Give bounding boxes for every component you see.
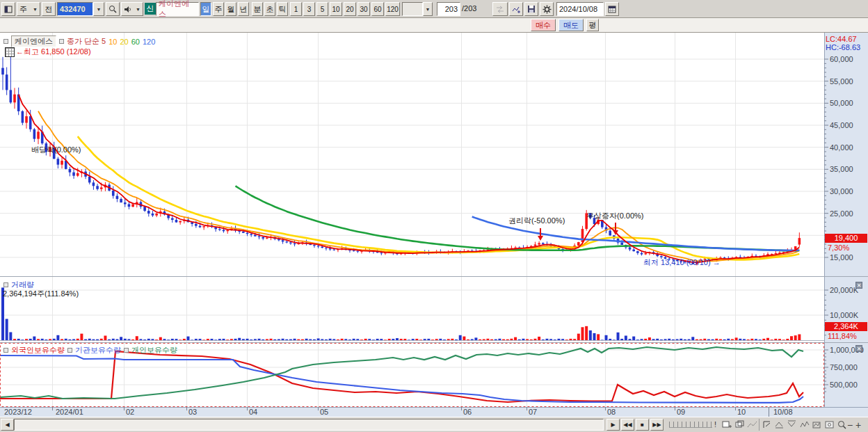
save-button[interactable] [524, 2, 538, 16]
sell-button[interactable]: 매도 [558, 19, 584, 31]
scroll-left-button[interactable]: ◀ [1, 419, 14, 431]
stock-code-value: 432470 [60, 5, 86, 13]
minute-120-button[interactable]: 120 [385, 2, 400, 16]
date-input[interactable]: 2024/10/08 [556, 2, 604, 16]
new-listing-badge: 신 [145, 3, 156, 15]
minute-30-button[interactable]: 30 [357, 2, 370, 16]
minute-10-button[interactable]: 10 [330, 2, 342, 16]
legend-ma10: 10 [108, 38, 117, 46]
add-pane-button[interactable] [721, 419, 732, 431]
legend-square-icon [67, 348, 72, 353]
compare-arrows-icon [495, 6, 505, 13]
current-price-pct-tag: 7,30% [828, 243, 867, 252]
play-button[interactable]: ▶ [606, 419, 620, 431]
search-icon [108, 5, 117, 13]
valley-tool-button[interactable] [786, 419, 798, 431]
stock-name-field[interactable]: 케이엔에스 [156, 2, 199, 16]
right-arrow-icon: → [713, 258, 721, 266]
window-toggle-button[interactable] [1, 2, 15, 16]
chart-type-combo[interactable]: 주▼ [17, 2, 40, 16]
trendline-mode-button[interactable] [746, 419, 758, 431]
chevron-down-icon: ▼ [426, 7, 431, 12]
wave-tool-button[interactable] [798, 419, 810, 431]
chevron-down-icon: ▼ [97, 7, 102, 12]
period-sec-button[interactable]: 초 [264, 2, 275, 16]
minute-5-button[interactable]: 5 [316, 2, 328, 16]
period-year-button[interactable]: 년 [238, 2, 249, 16]
settings-button[interactable] [540, 2, 554, 16]
stock-code-input[interactable]: 432470 [57, 2, 93, 16]
volume-panel-close-button[interactable]: ✕ [855, 282, 862, 289]
overlay-pane-icon [735, 420, 745, 429]
gear-icon [542, 5, 552, 14]
speed-slider[interactable] [669, 422, 712, 428]
calendar-button[interactable] [605, 2, 619, 16]
bar-count-input[interactable]: 203 [437, 2, 460, 16]
legend-ma20: 20 [120, 38, 128, 46]
trading-app-window: 주▼ 전 432470 ▼ ▼ 신 케이엔에스 일 주 월 년 분 초 틱 1 … [0, 0, 868, 432]
fast-forward-button[interactable]: ▶▶ [650, 419, 664, 431]
prev-stock-button[interactable]: 전 [42, 2, 56, 16]
capture-tool-button[interactable] [823, 419, 835, 431]
minute-1-button[interactable]: 1 [290, 2, 302, 16]
search-button[interactable] [106, 2, 120, 16]
legend-ma60: 60 [131, 38, 140, 46]
overlay-pane-button[interactable] [734, 419, 746, 431]
rewind-button[interactable]: ◀◀ [621, 419, 634, 431]
high-annotation: ←최고 61,850 (12/08) [16, 47, 91, 57]
custom-period-combo[interactable] [402, 2, 423, 16]
chart-hscrollbar[interactable] [14, 419, 604, 431]
window-toggle-icon [4, 6, 13, 13]
floppy-save-icon [527, 5, 536, 13]
period-min-button[interactable]: 분 [252, 2, 263, 16]
hc-value: HC:-68.63 [826, 43, 860, 51]
legend-square-icon [3, 348, 8, 353]
price-axis-panel[interactable] [824, 33, 868, 417]
current-volume-tag: 2,364K [825, 322, 867, 331]
foreign-holdings-label: 외국인보유수량 [11, 345, 65, 355]
rights-off-annotation: 권리락(-50.00%) [508, 216, 565, 226]
valley-tool-icon [787, 420, 797, 429]
speaker-icon [124, 6, 131, 13]
legend-stock-name: 케이엔에스 [11, 35, 56, 47]
ex-dividend-annotation: 배당락(0.00%) [31, 145, 81, 155]
stop-button[interactable]: ■ [636, 419, 649, 431]
legend-indicator: 종가 단순 5 [67, 36, 106, 47]
capture-tool-icon [825, 420, 835, 429]
code-dropdown-button[interactable]: ▼ [93, 2, 104, 16]
wave-tool-icon [800, 420, 810, 429]
buy-button[interactable]: 매수 [531, 19, 556, 31]
zigzag-plus-icon [512, 6, 521, 13]
legend-square-icon [59, 39, 64, 44]
price-panel-legend: 케이엔에스 종가 단순 5 10 20 60 120 [3, 35, 155, 47]
holdings-panel-close-button[interactable]: ✕ [855, 345, 862, 352]
period-day-button[interactable]: 일 [200, 2, 211, 16]
minute-20-button[interactable]: 20 [344, 2, 356, 16]
minute-60-button[interactable]: 60 [371, 2, 384, 16]
custom-period-dropdown[interactable]: ▼ [423, 2, 433, 16]
period-month-button[interactable]: 월 [225, 2, 236, 16]
quote-bar: 19,400 ▲ 1,320 +7.30% 2,364,194 111.84% … [0, 18, 868, 33]
compare-button[interactable] [492, 2, 508, 16]
peak-tool-icon [775, 420, 785, 429]
chart-grid-icon[interactable] [5, 47, 15, 57]
crosshair-tool-button[interactable] [761, 419, 773, 431]
pattern-tool-button[interactable] [811, 419, 823, 431]
holdings-panel-legend: 외국인보유수량 기관보유수량 개인보유수량 [3, 345, 177, 355]
legend-ma120: 120 [143, 38, 155, 46]
trendline-icon [747, 420, 757, 429]
period-tick-button[interactable]: 틱 [277, 2, 288, 16]
peak-tool-button[interactable] [773, 419, 785, 431]
sound-combo[interactable]: ▼ [121, 2, 143, 16]
zoom-out-button[interactable]: − [846, 419, 854, 431]
low-annotation: 최저 13,410 (09/10) → [643, 257, 721, 268]
legend-square-icon [3, 39, 8, 44]
text-size-button[interactable] [862, 419, 868, 431]
lc-value: LC:44.67 [826, 35, 857, 43]
overlay-indicator-button[interactable] [509, 2, 523, 16]
chevron-down-icon: ▼ [136, 7, 140, 12]
time-axis-panel[interactable] [0, 407, 868, 417]
avg-price-button[interactable]: 평 [586, 19, 599, 31]
minute-3-button[interactable]: 3 [303, 2, 315, 16]
period-week-button[interactable]: 주 [213, 2, 224, 16]
